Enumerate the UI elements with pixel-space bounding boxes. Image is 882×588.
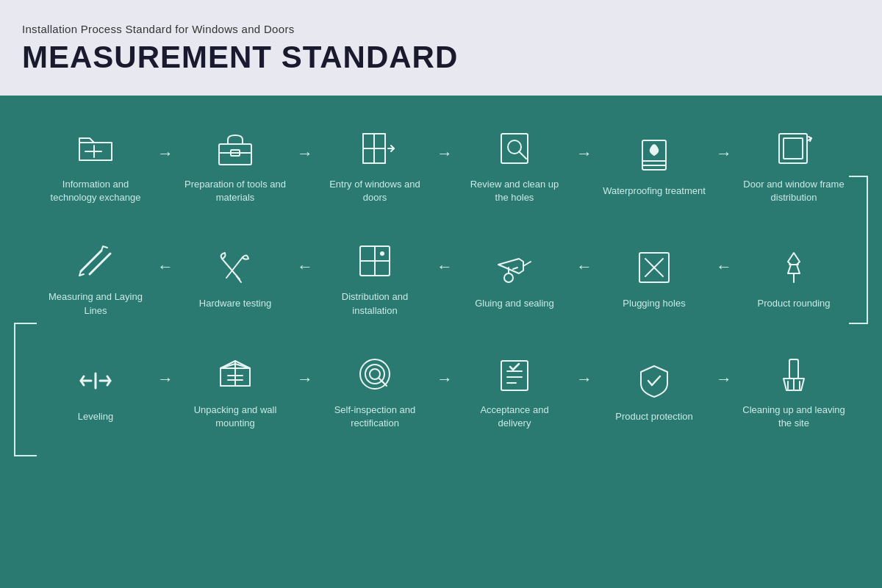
step-gluing: Gluing and sealing bbox=[456, 244, 573, 310]
step-label-review-holes: Review and clean up the holes bbox=[463, 178, 566, 204]
step-measuring: Measuring and Laying Lines bbox=[37, 237, 154, 317]
step-label-frame-dist: Door and window frame distribution bbox=[742, 178, 845, 204]
svg-point-31 bbox=[380, 251, 384, 256]
step-label-distribution: Distribution and installation bbox=[323, 290, 426, 317]
main-content: Information and technology exchange → Pr… bbox=[0, 96, 882, 588]
arrow-r3-1: → bbox=[154, 370, 176, 389]
arrow-left-3: ← bbox=[434, 257, 456, 276]
step-label-self-inspect: Self-inspection and rectification bbox=[323, 404, 426, 430]
step-self-inspect: Self-inspection and rectification bbox=[316, 351, 434, 430]
step-entry-windows: Entry of windows and doors bbox=[316, 125, 434, 204]
folder-icon bbox=[72, 125, 119, 172]
arrow-2: → bbox=[294, 144, 316, 163]
header-subtitle: Installation Process Standard for Window… bbox=[22, 23, 860, 35]
step-label-prep-tools: Preparation of tools and materials bbox=[184, 178, 287, 204]
step-cleanup: Cleaning up and leaving the site bbox=[735, 351, 853, 430]
svg-rect-57 bbox=[789, 359, 798, 379]
level-icon bbox=[72, 357, 119, 404]
broom-icon bbox=[770, 351, 817, 398]
svg-rect-53 bbox=[501, 361, 528, 390]
step-prep-tools: Preparation of tools and materials bbox=[176, 125, 294, 204]
step-label-protection: Product protection bbox=[603, 410, 706, 423]
step-label-acceptance: Acceptance and delivery bbox=[463, 404, 566, 430]
svg-line-16 bbox=[519, 151, 526, 159]
step-frame-dist: Door and window frame distribution bbox=[735, 125, 853, 204]
arrow-3: → bbox=[434, 144, 456, 163]
pencil-ruler-icon bbox=[72, 237, 119, 284]
step-leveling: Leveling bbox=[37, 357, 154, 423]
svg-rect-14 bbox=[501, 134, 528, 163]
step-protection: Product protection bbox=[595, 357, 713, 423]
step-unpacking: Unpacking and wall mounting bbox=[176, 351, 294, 430]
row-1: Information and technology exchange → Pr… bbox=[37, 125, 860, 204]
step-hardware: Hardware testing bbox=[176, 244, 294, 310]
step-label-product-round: Product rounding bbox=[742, 297, 845, 310]
arrow-4: → bbox=[573, 144, 595, 163]
header-title: MEASUREMENT STANDARD bbox=[22, 40, 860, 75]
step-label-plugging: Plugging holes bbox=[603, 297, 706, 310]
arrow-r3-2: → bbox=[294, 370, 316, 389]
step-label-cleanup: Cleaning up and leaving the site bbox=[742, 404, 845, 430]
arrow-r3-5: → bbox=[713, 370, 735, 389]
plug-hole-icon bbox=[631, 244, 678, 291]
svg-rect-3 bbox=[219, 144, 251, 165]
svg-line-23 bbox=[81, 251, 101, 271]
step-distribution: Distribution and installation bbox=[316, 237, 434, 317]
step-acceptance: Acceptance and delivery bbox=[456, 351, 573, 430]
frame-dist-icon bbox=[770, 125, 817, 172]
svg-point-33 bbox=[504, 273, 513, 282]
svg-line-32 bbox=[523, 262, 531, 266]
svg-line-24 bbox=[90, 254, 110, 274]
arrow-r3-3: → bbox=[434, 370, 456, 389]
arrow-left-5: ← bbox=[713, 257, 735, 276]
step-waterproofing: Waterproofing treatment bbox=[595, 132, 713, 198]
step-label-leveling: Leveling bbox=[44, 410, 147, 423]
magnifier-icon bbox=[491, 125, 538, 172]
step-review-holes: Review and clean up the holes bbox=[456, 125, 573, 204]
step-info-tech: Information and technology exchange bbox=[37, 125, 154, 204]
step-label-entry-windows: Entry of windows and doors bbox=[323, 178, 426, 204]
step-label-hardware: Hardware testing bbox=[184, 297, 287, 310]
step-product-round: Product rounding bbox=[735, 244, 853, 310]
inspect-icon bbox=[351, 351, 398, 398]
package-icon bbox=[212, 351, 259, 398]
wrench-screwdriver-icon bbox=[212, 244, 259, 291]
header: Installation Process Standard for Window… bbox=[0, 0, 882, 96]
arrow-left-2: ← bbox=[294, 257, 316, 276]
shield-check-icon bbox=[631, 357, 678, 404]
svg-rect-21 bbox=[784, 138, 803, 159]
clipboard-check-icon bbox=[491, 351, 538, 398]
step-label-unpacking: Unpacking and wall mounting bbox=[184, 404, 287, 430]
row-3: Leveling → Unpacking and wall mounting → bbox=[37, 351, 860, 430]
arrow-left-1: ← bbox=[154, 257, 176, 276]
caulk-gun-icon bbox=[491, 244, 538, 291]
svg-line-27 bbox=[237, 276, 241, 282]
step-label-measuring: Measuring and Laying Lines bbox=[44, 290, 147, 317]
step-label-gluing: Gluing and sealing bbox=[463, 297, 566, 310]
row-2: Measuring and Laying Lines ← Hardware te… bbox=[37, 237, 860, 317]
door-entry-icon bbox=[351, 125, 398, 172]
arrow-left-4: ← bbox=[573, 257, 595, 276]
step-label-waterproofing: Waterproofing treatment bbox=[603, 184, 706, 198]
pushpin-icon bbox=[770, 244, 817, 291]
arrow-r3-4: → bbox=[573, 370, 595, 389]
arrow-1: → bbox=[154, 144, 176, 163]
step-label-info-tech: Information and technology exchange bbox=[44, 178, 147, 204]
svg-line-35 bbox=[513, 268, 517, 269]
toolbox-icon bbox=[212, 125, 259, 172]
window-grid-icon bbox=[351, 237, 398, 284]
step-plugging: Plugging holes bbox=[595, 244, 713, 310]
waterproof-icon bbox=[631, 132, 678, 179]
arrow-5: → bbox=[713, 144, 735, 163]
